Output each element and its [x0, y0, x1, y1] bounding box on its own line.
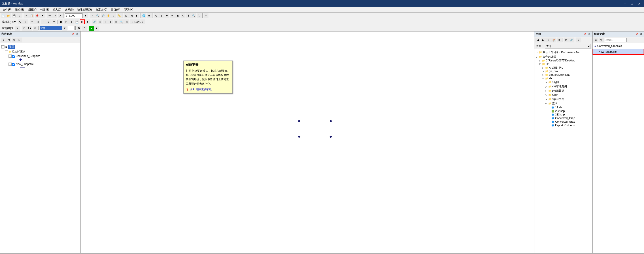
zoom-prev[interactable]: ◀: [129, 13, 134, 18]
cat-converted-grap2[interactable]: 🔷 Converted_Grap: [548, 120, 591, 124]
cat-s-study[interactable]: ▷ 📁 s学习文件: [545, 97, 591, 101]
editor-union[interactable]: ⊕: [69, 19, 74, 24]
draw-text[interactable]: A▼: [27, 26, 32, 31]
cat-refresh[interactable]: ⟳: [557, 37, 562, 42]
converted-graphics-item[interactable]: - Converted_Graphics: [8, 54, 79, 58]
maximize-button[interactable]: □: [629, 1, 635, 6]
cat-gis-pro[interactable]: ▷ 📁 gis_pro: [542, 69, 591, 73]
cat-query-folder[interactable]: ▽ 📁 查询: [545, 101, 591, 106]
search-map-btn[interactable]: 🔍: [191, 13, 196, 18]
cat-forward[interactable]: ▶: [541, 37, 546, 42]
color-btn[interactable]: ●: [89, 26, 94, 31]
zoom-full[interactable]: ⊞: [124, 13, 128, 18]
redo-button[interactable]: ↷: [52, 13, 57, 18]
open-button[interactable]: 📂: [6, 13, 11, 18]
measure-tool[interactable]: 📏: [117, 13, 122, 18]
new-button[interactable]: 📄: [1, 13, 6, 18]
cat-sco-expand[interactable]: ▷: [545, 90, 548, 92]
catalog-pin[interactable]: 📌: [583, 33, 587, 35]
cat-default-workspace[interactable]: ▷ 📁 默认工作目录 - Documents\Arc: [535, 50, 591, 54]
menu-select[interactable]: 选择(S): [63, 7, 76, 12]
more-tools[interactable]: »: [204, 13, 208, 18]
coord-btn[interactable]: ⊕: [154, 13, 158, 18]
delete-button[interactable]: ✖: [40, 13, 45, 18]
editor-save[interactable]: 💾: [74, 19, 80, 24]
edit-more5[interactable]: ♦: [130, 19, 135, 24]
snapping-btn[interactable]: 🔗: [92, 19, 97, 24]
cat-dw-expand[interactable]: ▷: [536, 51, 539, 54]
edit-more2[interactable]: ⊞: [114, 19, 118, 24]
info-btn[interactable]: ℹ: [186, 13, 191, 18]
zoom-out-tool[interactable]: 🔎: [101, 13, 106, 18]
cat-cg1-expand[interactable]: [548, 117, 552, 120]
cat-export-output[interactable]: 🔷 Export_Output.sl: [548, 124, 591, 127]
bookmark-btn[interactable]: ★: [147, 13, 152, 18]
cursor-btn[interactable]: ↖: [180, 13, 186, 18]
create-close[interactable]: ✕: [640, 33, 643, 35]
cat-sbr-expand[interactable]: ▽: [542, 77, 545, 80]
select2-btn[interactable]: ▣: [175, 13, 180, 18]
cat-folder-conn[interactable]: ▽ 📁 文件夹连接: [535, 54, 591, 59]
cat-s-project[interactable]: ▷ 📁 s项目: [545, 93, 591, 97]
topology-btn[interactable]: ⬡: [98, 19, 102, 24]
cat-desk-expand[interactable]: ▷: [539, 59, 542, 62]
select-tool[interactable]: ↖: [90, 13, 95, 18]
cat-more[interactable]: »: [576, 37, 581, 42]
cat-lestore[interactable]: ▷ 📁 LeStoreDownload: [542, 73, 591, 77]
font-input[interactable]: [40, 26, 62, 30]
cat-333shp[interactable]: 🔷 333.shp: [548, 113, 591, 116]
copy-button[interactable]: 📋: [29, 13, 34, 18]
print-button[interactable]: 🖨: [17, 13, 22, 18]
map-area[interactable]: 创建要素 打开'创建要素'窗口，以添加新要素。单击要素模板以建立具有该模板属性的…: [80, 31, 534, 253]
nav-fwd[interactable]: ➡: [170, 13, 175, 18]
globe-btn[interactable]: 🌐: [141, 13, 146, 18]
group1-expand[interactable]: -: [5, 50, 8, 53]
cat-222shp[interactable]: 🟩 222.shp: [548, 109, 591, 113]
editor-select[interactable]: ↖: [18, 19, 22, 24]
cat-ss-expand[interactable]: ▷: [545, 98, 548, 101]
cat-s-contract[interactable]: ▷ 📁 s合同: [545, 80, 591, 84]
editor-arrow[interactable]: ➤: [23, 19, 28, 24]
cat-11-expand[interactable]: [548, 106, 552, 109]
cat-gp-expand[interactable]: ▷: [542, 70, 545, 73]
font-size-input[interactable]: 10: [68, 26, 74, 30]
editor-line[interactable]: /: [41, 19, 46, 24]
walk-btn[interactable]: 🚶: [196, 13, 202, 18]
paste-button[interactable]: 📌: [35, 13, 40, 18]
create-search[interactable]: [604, 38, 626, 42]
create-filter-btn[interactable]: ▽: [599, 37, 604, 42]
editor-split[interactable]: ✂: [64, 19, 69, 24]
cat-sp-expand[interactable]: ▷: [545, 94, 548, 96]
draw-rect[interactable]: □: [22, 26, 27, 31]
draw-more[interactable]: ⊕: [33, 26, 38, 31]
cat-222-expand[interactable]: [548, 110, 552, 112]
editor-reshape[interactable]: ⬢: [58, 19, 63, 24]
font-dropdown[interactable]: ▼: [62, 26, 67, 31]
create-new-shapefile[interactable]: — New_Shapefile: [592, 49, 644, 55]
arrow-button[interactable]: ➤: [58, 13, 63, 18]
cat-back[interactable]: ◀: [535, 37, 540, 42]
scale-dropdown[interactable]: ▼: [83, 13, 88, 18]
cat-sf-expand[interactable]: ▷: [545, 85, 548, 88]
minimize-button[interactable]: ─: [622, 1, 628, 6]
cat-eo-expand[interactable]: [548, 124, 552, 127]
menu-customize[interactable]: 自定义(C): [94, 7, 109, 12]
menu-window[interactable]: 窗口(W): [109, 7, 122, 12]
pin-button[interactable]: 📌: [71, 33, 75, 35]
identify-tool[interactable]: ℹ: [112, 13, 116, 18]
cat-connect[interactable]: 🔗: [569, 37, 574, 42]
cat-desktop[interactable]: ▷ 📁 C:\Users\10675\Desktop: [538, 59, 591, 62]
pan-tool[interactable]: ✋: [106, 13, 111, 18]
create-features-btn[interactable]: ⊞: [80, 19, 85, 24]
panel-close-button[interactable]: ✕: [76, 33, 79, 35]
editor-polygon[interactable]: ⬡: [35, 19, 40, 24]
layer-root-item[interactable]: - 🗂 图层: [1, 44, 79, 49]
scale-input[interactable]: 1 : 3,000: [65, 13, 82, 18]
cat-converted-grap1[interactable]: 🔷 Converted_Grap: [548, 116, 591, 120]
list-by-selection[interactable]: ☑: [17, 37, 22, 42]
cat-grid[interactable]: ⊞: [564, 37, 568, 42]
menu-view[interactable]: 视图(V): [26, 7, 38, 12]
cat-agp-expand[interactable]: ▷: [542, 67, 545, 69]
cat-home[interactable]: 🏠: [552, 37, 556, 42]
cat-sbr[interactable]: ▽ 📁 sbr: [542, 77, 591, 80]
